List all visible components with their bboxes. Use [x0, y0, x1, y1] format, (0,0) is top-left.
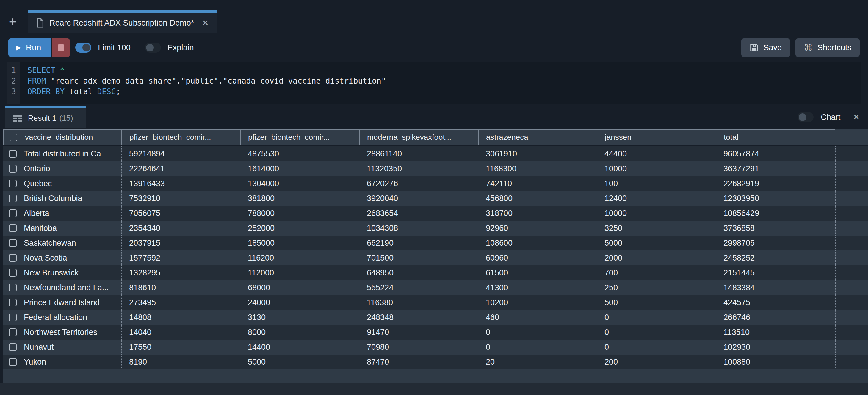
data-cell[interactable]: 424575 [716, 295, 835, 310]
data-cell[interactable]: 70980 [359, 340, 478, 355]
data-cell[interactable]: 14400 [240, 340, 359, 355]
data-cell[interactable]: 60960 [478, 250, 597, 265]
data-cell[interactable]: 44400 [597, 146, 716, 161]
data-cell[interactable]: 87470 [359, 355, 478, 369]
data-cell[interactable]: 648950 [359, 265, 478, 280]
sql-editor[interactable]: 123 SELECT *FROM "rearc_adx_demo_data_sh… [6, 62, 862, 103]
data-cell[interactable]: 185000 [240, 236, 359, 250]
row-label-cell[interactable]: Quebec [3, 176, 121, 191]
data-cell[interactable]: 13916433 [121, 176, 240, 191]
row-checkbox[interactable] [9, 328, 17, 336]
data-cell[interactable]: 456800 [478, 191, 597, 206]
run-button[interactable]: ▶ Run [8, 38, 51, 57]
data-cell[interactable]: 116380 [359, 295, 478, 310]
row-label-cell[interactable]: British Columbia [3, 191, 121, 206]
data-cell[interactable]: 7056075 [121, 206, 240, 221]
column-header-3[interactable]: moderna_spikevaxfoot... [359, 129, 478, 145]
row-label-cell[interactable]: New Brunswick [3, 265, 121, 280]
shortcuts-button[interactable]: ⌘ Shortcuts [796, 38, 860, 57]
data-cell[interactable]: 3250 [597, 221, 716, 236]
data-cell[interactable]: 36377291 [716, 161, 835, 176]
row-checkbox[interactable] [9, 358, 17, 366]
data-cell[interactable]: 701500 [359, 250, 478, 265]
row-label-cell[interactable]: Saskatchewan [3, 236, 121, 250]
row-checkbox[interactable] [9, 299, 17, 306]
row-checkbox[interactable] [9, 343, 17, 351]
data-cell[interactable]: 100 [597, 176, 716, 191]
data-cell[interactable]: 116200 [240, 250, 359, 265]
result-tab[interactable]: Result 1 (15) [5, 106, 86, 128]
data-cell[interactable]: 1328295 [121, 265, 240, 280]
data-cell[interactable]: 6720276 [359, 176, 478, 191]
data-cell[interactable]: 818610 [121, 280, 240, 295]
data-cell[interactable]: 8000 [240, 325, 359, 340]
row-label-cell[interactable]: Manitoba [3, 221, 121, 236]
data-cell[interactable]: 102930 [716, 340, 835, 355]
data-cell[interactable]: 10000 [597, 206, 716, 221]
data-cell[interactable]: 91470 [359, 325, 478, 340]
data-cell[interactable]: 1304000 [240, 176, 359, 191]
data-cell[interactable]: 24000 [240, 295, 359, 310]
data-cell[interactable]: 113510 [716, 325, 835, 340]
data-cell[interactable]: 0 [597, 340, 716, 355]
row-checkbox[interactable] [9, 269, 17, 277]
data-cell[interactable]: 266746 [716, 310, 835, 325]
column-header-label[interactable]: vaccine_distribution [3, 129, 121, 145]
explain-toggle[interactable] [145, 42, 161, 53]
data-cell[interactable]: 12303950 [716, 191, 835, 206]
column-header-6[interactable]: total [716, 129, 835, 145]
data-cell[interactable]: 273495 [121, 295, 240, 310]
data-cell[interactable]: 3130 [240, 310, 359, 325]
data-cell[interactable]: 3920040 [359, 191, 478, 206]
column-header-4[interactable]: astrazeneca [478, 129, 597, 145]
data-cell[interactable]: 2998705 [716, 236, 835, 250]
data-cell[interactable]: 10856429 [716, 206, 835, 221]
select-all-checkbox[interactable] [9, 133, 17, 141]
data-cell[interactable]: 2037915 [121, 236, 240, 250]
data-cell[interactable]: 14040 [121, 325, 240, 340]
row-label-cell[interactable]: Federal allocation [3, 310, 121, 325]
row-checkbox[interactable] [9, 284, 17, 292]
chart-toggle[interactable] [798, 112, 813, 122]
row-label-cell[interactable]: Total distributed in Ca... [3, 146, 121, 161]
data-cell[interactable]: 12400 [597, 191, 716, 206]
tab-close-icon[interactable]: ✕ [200, 17, 211, 29]
data-cell[interactable]: 200 [597, 355, 716, 369]
row-checkbox[interactable] [9, 194, 17, 202]
results-close-icon[interactable]: ✕ [853, 113, 860, 122]
data-cell[interactable]: 460 [478, 310, 597, 325]
data-cell[interactable]: 59214894 [121, 146, 240, 161]
data-cell[interactable]: 41300 [478, 280, 597, 295]
data-cell[interactable]: 788000 [240, 206, 359, 221]
data-cell[interactable]: 2000 [597, 250, 716, 265]
row-label-cell[interactable]: Prince Edward Island [3, 295, 121, 310]
data-cell[interactable]: 8190 [121, 355, 240, 369]
data-cell[interactable]: 381800 [240, 191, 359, 206]
data-cell[interactable]: 3736858 [716, 221, 835, 236]
row-checkbox[interactable] [9, 224, 17, 232]
data-cell[interactable]: 252000 [240, 221, 359, 236]
row-label-cell[interactable]: Newfoundland and La... [3, 280, 121, 295]
row-label-cell[interactable]: Nova Scotia [3, 250, 121, 265]
data-cell[interactable]: 3061910 [478, 146, 597, 161]
data-cell[interactable]: 17550 [121, 340, 240, 355]
data-cell[interactable]: 108600 [478, 236, 597, 250]
data-cell[interactable]: 11320350 [359, 161, 478, 176]
data-cell[interactable]: 5000 [597, 236, 716, 250]
new-tab-button[interactable]: + [5, 10, 20, 33]
data-cell[interactable]: 14808 [121, 310, 240, 325]
row-label-cell[interactable]: Alberta [3, 206, 121, 221]
data-cell[interactable]: 318700 [478, 206, 597, 221]
limit-toggle[interactable] [75, 42, 91, 53]
data-cell[interactable]: 555224 [359, 280, 478, 295]
data-cell[interactable]: 22264641 [121, 161, 240, 176]
data-cell[interactable]: 28861140 [359, 146, 478, 161]
data-cell[interactable]: 20 [478, 355, 597, 369]
stop-button[interactable] [52, 38, 70, 57]
data-cell[interactable]: 248348 [359, 310, 478, 325]
row-checkbox[interactable] [9, 180, 17, 187]
row-label-cell[interactable]: Yukon [3, 355, 121, 369]
data-cell[interactable]: 0 [597, 325, 716, 340]
row-label-cell[interactable]: Northwest Territories [3, 325, 121, 340]
data-cell[interactable]: 2683654 [359, 206, 478, 221]
